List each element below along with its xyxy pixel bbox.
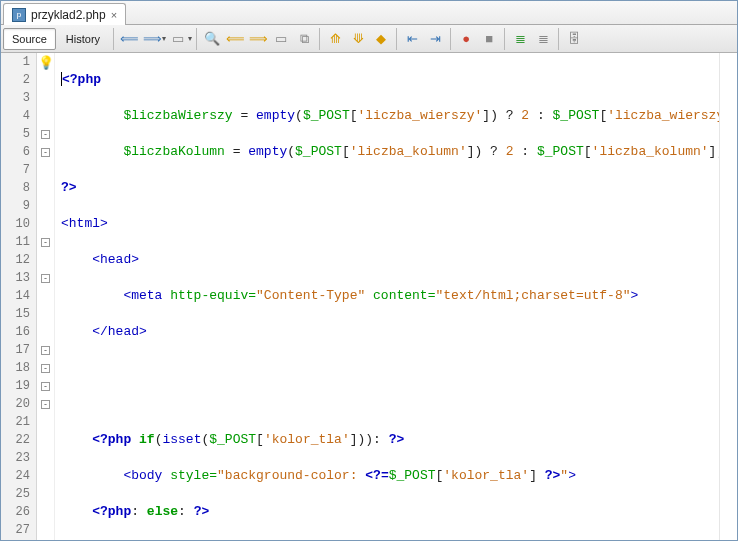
nav-forward-button[interactable]: ⟹ — [141, 28, 163, 50]
find-previous-button[interactable]: ⟸ — [224, 28, 246, 50]
line-number: 10 — [1, 215, 36, 233]
line-number: 4 — [1, 107, 36, 125]
line-number: 19 — [1, 377, 36, 395]
shift-right-button[interactable]: ⇥ — [424, 28, 446, 50]
fold-gutter: 💡 - - - - - - - - — [37, 53, 55, 540]
separator — [396, 28, 397, 50]
line-number: 25 — [1, 485, 36, 503]
shift-left-button[interactable]: ⇤ — [401, 28, 423, 50]
line-number: 11 — [1, 233, 36, 251]
fold-toggle[interactable]: - — [41, 238, 50, 247]
error-stripe — [719, 53, 737, 540]
separator — [450, 28, 451, 50]
source-view-button[interactable]: Source — [3, 28, 56, 50]
line-number: 12 — [1, 251, 36, 269]
stop-macro-button[interactable]: ■ — [478, 28, 500, 50]
line-number: 16 — [1, 323, 36, 341]
next-bookmark-button[interactable]: ⟱ — [347, 28, 369, 50]
database-icon[interactable]: 🗄 — [563, 28, 585, 50]
text-cursor — [61, 72, 62, 86]
history-view-button[interactable]: History — [57, 28, 109, 50]
find-selection-button[interactable]: 🔍 — [201, 28, 223, 50]
line-number: 15 — [1, 305, 36, 323]
line-number: 17 — [1, 341, 36, 359]
line-number: 6 — [1, 143, 36, 161]
line-number: 24 — [1, 467, 36, 485]
separator — [319, 28, 320, 50]
line-number: 5 — [1, 125, 36, 143]
line-number: 21 — [1, 413, 36, 431]
separator — [113, 28, 114, 50]
find-next-button[interactable]: ⟹ — [247, 28, 269, 50]
prev-bookmark-button[interactable]: ⟰ — [324, 28, 346, 50]
line-number: 18 — [1, 359, 36, 377]
php-file-icon: p — [12, 8, 26, 22]
line-number-gutter: 1 2 3 4 5 6 7 8 9 10 11 12 13 14 15 16 1… — [1, 53, 37, 540]
line-number: 23 — [1, 449, 36, 467]
line-number: 27 — [1, 521, 36, 539]
fold-toggle[interactable]: - — [41, 364, 50, 373]
toggle-bookmark-button[interactable]: ◆ — [370, 28, 392, 50]
line-number: 1 — [1, 53, 36, 71]
separator — [196, 28, 197, 50]
comment-button[interactable]: ≣ — [509, 28, 531, 50]
line-number: 8 — [1, 179, 36, 197]
code-text[interactable]: <?php $liczbaWierszy = empty($_POST['lic… — [55, 53, 719, 540]
fold-toggle[interactable]: - — [41, 400, 50, 409]
toggle-highlight-button[interactable]: ▭ — [270, 28, 292, 50]
file-tab-label: przyklad2.php — [31, 8, 106, 22]
hint-bulb-icon[interactable]: 💡 — [38, 55, 54, 70]
separator — [504, 28, 505, 50]
line-number: 22 — [1, 431, 36, 449]
line-number: 9 — [1, 197, 36, 215]
toggle-rect-button[interactable]: ⧉ — [293, 28, 315, 50]
editor-window: p przyklad2.php × Source History ⟸ ⟹▾ ▭▾… — [0, 0, 738, 541]
line-number: 26 — [1, 503, 36, 521]
separator — [558, 28, 559, 50]
close-icon[interactable]: × — [111, 9, 117, 21]
select-button[interactable]: ▭ — [167, 28, 189, 50]
fold-toggle[interactable]: - — [41, 346, 50, 355]
fold-toggle[interactable]: - — [41, 274, 50, 283]
nav-back-button[interactable]: ⟸ — [118, 28, 140, 50]
line-number: 13 — [1, 269, 36, 287]
editor-toolbar: Source History ⟸ ⟹▾ ▭▾ 🔍 ⟸ ⟹ ▭ ⧉ ⟰ ⟱ ◆ ⇤… — [1, 25, 737, 53]
line-number: 20 — [1, 395, 36, 413]
fold-toggle[interactable]: - — [41, 382, 50, 391]
code-editor[interactable]: 1 2 3 4 5 6 7 8 9 10 11 12 13 14 15 16 1… — [1, 53, 737, 540]
line-number: 3 — [1, 89, 36, 107]
start-macro-button[interactable]: ● — [455, 28, 477, 50]
file-tab[interactable]: p przyklad2.php × — [3, 3, 126, 25]
line-number: 14 — [1, 287, 36, 305]
line-number: 2 — [1, 71, 36, 89]
fold-toggle[interactable]: - — [41, 130, 50, 139]
uncomment-button[interactable]: ≣ — [532, 28, 554, 50]
file-tab-bar: p przyklad2.php × — [1, 1, 737, 25]
fold-toggle[interactable]: - — [41, 148, 50, 157]
line-number: 7 — [1, 161, 36, 179]
